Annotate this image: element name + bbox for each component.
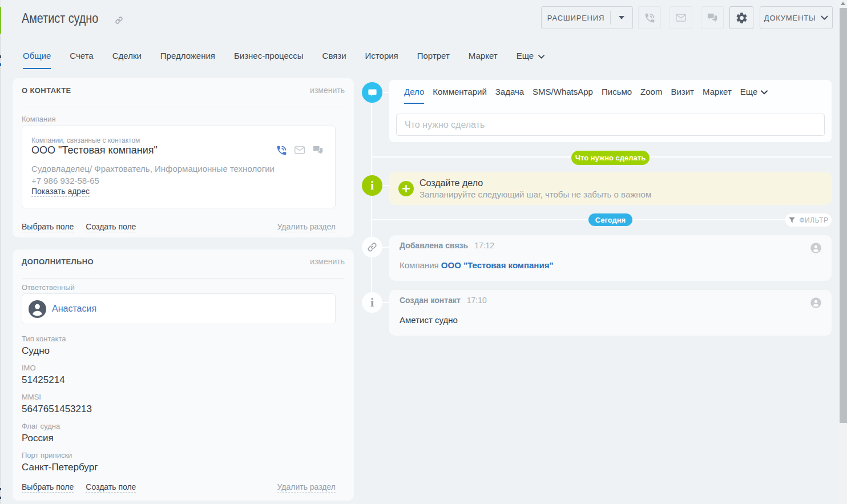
about-edit-link[interactable]: изменить — [310, 86, 345, 95]
additional-card: ДОПОЛНИТЕЛЬНО изменить Ответственный Ана… — [13, 249, 354, 501]
field-contact-type: Тип контакта Судно — [22, 334, 66, 357]
phone-icon — [644, 12, 656, 24]
responsible-name-link[interactable]: Анастасия — [52, 304, 96, 314]
show-address-link[interactable]: Показать адрес — [31, 187, 90, 197]
tab-market[interactable]: Маркет — [469, 51, 498, 69]
tl-tab-zoom[interactable]: Zoom — [640, 87, 662, 104]
about-contact-card: О КОНТАКТЕ изменить Компания Компании, с… — [13, 78, 354, 237]
tl-tab-zadacha[interactable]: Задача — [495, 87, 524, 104]
entry-avatar — [810, 242, 822, 254]
entry-body: Аметист судно — [389, 305, 832, 325]
documents-button[interactable]: ДОКУМЕНТЫ — [760, 6, 833, 29]
header-actions: РАСШИРЕНИЯ ДОКУМЕНТЫ — [541, 6, 833, 29]
avatar-icon — [29, 300, 46, 318]
create-field-link[interactable]: Создать поле — [86, 222, 136, 232]
hint-subtitle: Запланируйте следующий шаг, чтобы не заб… — [420, 189, 651, 199]
delete-section-link[interactable]: Удалить раздел — [277, 482, 336, 493]
tl-tab-kommentariy[interactable]: Комментарий — [433, 87, 486, 104]
entry-time: 17:12 — [474, 241, 494, 251]
additional-card-title: ДОПОЛНИТЕЛЬНО — [22, 257, 94, 266]
tab-portret[interactable]: Портрет — [417, 51, 450, 69]
scrollbar[interactable] — [839, 0, 847, 504]
create-field-link[interactable]: Создать поле — [86, 482, 136, 493]
timeline-tabs: Дело Комментарий Задача SMS/WhatsApp Пис… — [389, 80, 832, 104]
filter-button[interactable]: ФИЛЬТР — [785, 213, 832, 227]
chevron-down-icon — [538, 55, 544, 59]
timeline-info-circle: i — [362, 292, 382, 313]
about-card-title: О КОНТАКТЕ — [22, 86, 71, 95]
company-sublabel: Компании, связанные с контактом — [31, 137, 326, 144]
tab-sdelki[interactable]: Сделки — [112, 51, 142, 69]
responsible-box[interactable]: Анастасия — [22, 293, 336, 324]
tl-tab-vizit[interactable]: Визит — [671, 87, 694, 104]
tl-tab-pismo[interactable]: Письмо — [602, 87, 632, 104]
timeline-entry-contact-created: Создан контакт 17:10 Аметист судно — [389, 290, 832, 336]
responsible-label: Ответственный — [22, 283, 75, 292]
tab-istoriya[interactable]: История — [365, 51, 398, 69]
todo-input[interactable] — [396, 114, 825, 136]
divider — [22, 107, 345, 107]
chat-icon — [706, 11, 719, 24]
scrollbar-thumb[interactable] — [840, 8, 847, 423]
tab-biznes-protsessy[interactable]: Бизнес-процессы — [234, 51, 304, 69]
timeline-link-circle — [362, 237, 382, 257]
tl-tab-delo[interactable]: Дело — [404, 87, 424, 104]
chevron-down-icon — [821, 15, 828, 21]
entry-title: Создан контакт — [400, 296, 461, 305]
company-box[interactable]: Компании, связанные с контактом ООО "Тес… — [22, 126, 336, 208]
plus-icon[interactable] — [398, 181, 414, 196]
divider — [22, 278, 345, 279]
email-button[interactable] — [669, 6, 692, 29]
timeline-entry-link-added: Добавлена связь 17:12 Компания ООО "Тест… — [389, 235, 832, 281]
today-badge: Сегодня — [588, 213, 632, 226]
delete-section-link[interactable]: Удалить раздел — [277, 222, 336, 232]
extensions-button[interactable]: РАСШИРЕНИЯ — [541, 6, 633, 29]
mail-icon — [675, 11, 687, 24]
additional-edit-link[interactable]: изменить — [310, 257, 345, 266]
timeline-comment-circle — [362, 82, 382, 103]
tab-scheta[interactable]: Счета — [70, 51, 93, 69]
main-tabs: Общие Счета Сделки Предложения Бизнес-пр… — [23, 51, 563, 69]
tab-more[interactable]: Еще — [517, 51, 545, 69]
field-flag: Флаг судна Россия — [22, 422, 60, 444]
filter-button-label: ФИЛЬТР — [799, 216, 828, 224]
speech-bubble-icon — [367, 87, 378, 98]
select-field-link[interactable]: Выбрать поле — [22, 222, 74, 232]
field-mmsi: MMSI 5647651453213 — [22, 393, 92, 415]
company-industry: Судовладелец/ Фрахтователь, Информационн… — [31, 164, 326, 174]
info-icon: i — [370, 179, 374, 192]
entry-time: 17:10 — [467, 296, 487, 305]
field-imo: IMO 51425214 — [22, 364, 65, 386]
settings-button[interactable] — [729, 6, 753, 29]
tab-svyazi[interactable]: Связи — [322, 51, 346, 69]
documents-button-label: ДОКУМЕНТЫ — [764, 14, 816, 22]
call-button[interactable] — [638, 6, 661, 29]
entry-avatar — [810, 297, 822, 309]
chat-icon[interactable] — [312, 144, 324, 156]
chat-button[interactable] — [701, 6, 724, 29]
hint-title: Создайте дело — [420, 178, 651, 188]
extensions-button-label: РАСШИРЕНИЯ — [542, 14, 610, 22]
tl-tab-more[interactable]: Еще — [740, 87, 768, 104]
tab-obshchie[interactable]: Общие — [23, 51, 51, 69]
chevron-down-icon — [761, 90, 768, 95]
scrollbar-up-arrow[interactable] — [841, 2, 845, 5]
tab-predlozheniya[interactable]: Предложения — [160, 51, 215, 69]
extensions-caret[interactable] — [611, 16, 632, 19]
timeline-rail — [371, 100, 372, 304]
entry-company-link[interactable]: ООО "Тестовая компания" — [441, 260, 554, 270]
create-deal-hint[interactable]: Создайте дело Запланируйте следующий шаг… — [389, 172, 832, 205]
todo-tooltip: Что нужно сделать — [571, 151, 650, 165]
entry-title: Добавлена связь — [400, 241, 468, 251]
phone-icon[interactable] — [276, 144, 288, 156]
mail-icon[interactable] — [293, 144, 306, 156]
tl-tab-market[interactable]: Маркет — [703, 87, 732, 104]
select-field-link[interactable]: Выбрать поле — [22, 482, 74, 493]
chain-icon — [368, 243, 377, 252]
tl-tab-sms[interactable]: SMS/WhatsApp — [533, 87, 593, 104]
company-label: Компания — [22, 115, 56, 123]
window-edge-strip — [0, 0, 1, 504]
caret-down-icon — [619, 16, 624, 19]
copy-link-icon[interactable] — [115, 17, 123, 24]
company-name[interactable]: ООО "Тестовая компания" — [31, 144, 276, 156]
